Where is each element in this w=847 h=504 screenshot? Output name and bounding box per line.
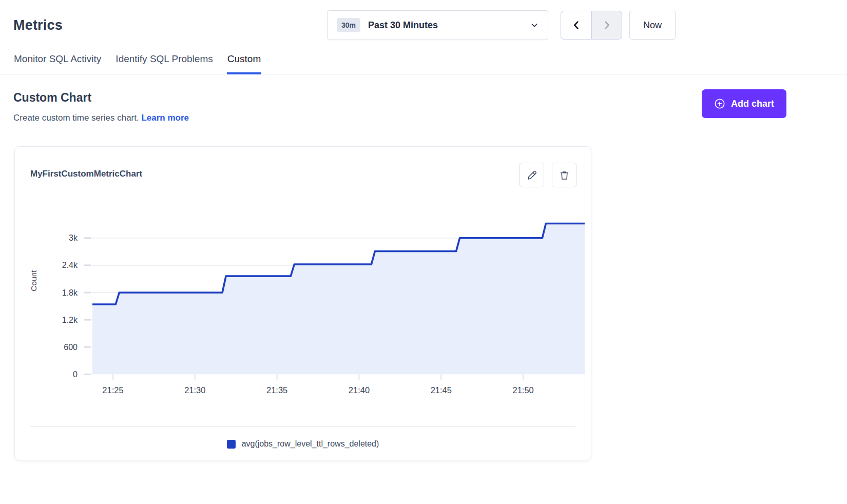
time-range-label: Past 30 Minutes bbox=[368, 20, 530, 31]
time-pager bbox=[561, 11, 622, 40]
svg-text:1.8k: 1.8k bbox=[62, 288, 78, 297]
svg-text:21:50: 21:50 bbox=[512, 385, 533, 395]
edit-chart-button[interactable] bbox=[519, 163, 544, 187]
time-range-selector[interactable]: 30m Past 30 Minutes bbox=[327, 10, 548, 40]
chart-legend: avg(jobs_row_level_ttl_rows_deleted) bbox=[15, 439, 591, 449]
plus-circle-icon bbox=[714, 98, 725, 109]
subtitle-text: Create custom time series chart. bbox=[13, 113, 139, 123]
svg-text:21:40: 21:40 bbox=[349, 385, 370, 395]
chart-card: MyFirstCustomMetricChart 06001.2k1.8k2.4… bbox=[14, 146, 591, 460]
chevron-right-icon bbox=[601, 20, 612, 31]
svg-text:21:30: 21:30 bbox=[184, 385, 205, 395]
previous-time-button[interactable] bbox=[561, 11, 591, 40]
section-subtitle: Create custom time series chart. Learn m… bbox=[13, 113, 189, 123]
tab-bar: Monitor SQL Activity Identify SQL Proble… bbox=[0, 40, 847, 74]
legend-series-label: avg(jobs_row_level_ttl_rows_deleted) bbox=[242, 439, 379, 449]
legend-swatch bbox=[227, 440, 236, 449]
svg-text:0: 0 bbox=[73, 370, 78, 379]
svg-text:1.2k: 1.2k bbox=[62, 316, 78, 324]
svg-text:600: 600 bbox=[64, 343, 78, 352]
time-controls: 30m Past 30 Minutes Now bbox=[327, 10, 676, 40]
delete-chart-button[interactable] bbox=[552, 163, 576, 187]
section-title: Custom Chart bbox=[13, 91, 189, 105]
svg-text:Count: Count bbox=[29, 270, 38, 292]
svg-text:2.4k: 2.4k bbox=[62, 261, 78, 269]
learn-more-link[interactable]: Learn more bbox=[141, 113, 189, 123]
add-chart-button[interactable]: Add chart bbox=[702, 89, 786, 118]
legend-divider bbox=[30, 427, 575, 427]
tab-identify-sql-problems[interactable]: Identify SQL Problems bbox=[115, 51, 213, 74]
trash-icon bbox=[559, 170, 570, 181]
add-chart-label: Add chart bbox=[731, 99, 774, 109]
svg-text:21:25: 21:25 bbox=[102, 385, 123, 395]
next-time-button[interactable] bbox=[591, 11, 622, 40]
svg-text:3k: 3k bbox=[69, 234, 78, 242]
custom-chart-section-header: Custom Chart Create custom time series c… bbox=[0, 74, 847, 123]
chevron-down-icon bbox=[530, 21, 538, 29]
tab-monitor-sql-activity[interactable]: Monitor SQL Activity bbox=[13, 51, 102, 74]
page-title: Metrics bbox=[13, 17, 63, 33]
svg-text:21:45: 21:45 bbox=[431, 385, 452, 395]
svg-text:21:35: 21:35 bbox=[266, 385, 287, 395]
chart-actions bbox=[519, 163, 576, 187]
top-bar: Metrics 30m Past 30 Minutes Now bbox=[0, 0, 847, 40]
chevron-left-icon bbox=[571, 20, 582, 31]
pencil-icon bbox=[527, 170, 537, 181]
time-series-chart[interactable]: 06001.2k1.8k2.4k3k21:2521:3021:3521:4021… bbox=[15, 203, 592, 399]
chart-title: MyFirstCustomMetricChart bbox=[30, 163, 142, 179]
now-button[interactable]: Now bbox=[629, 11, 676, 40]
time-range-badge: 30m bbox=[337, 18, 360, 32]
tab-custom[interactable]: Custom bbox=[227, 51, 261, 74]
